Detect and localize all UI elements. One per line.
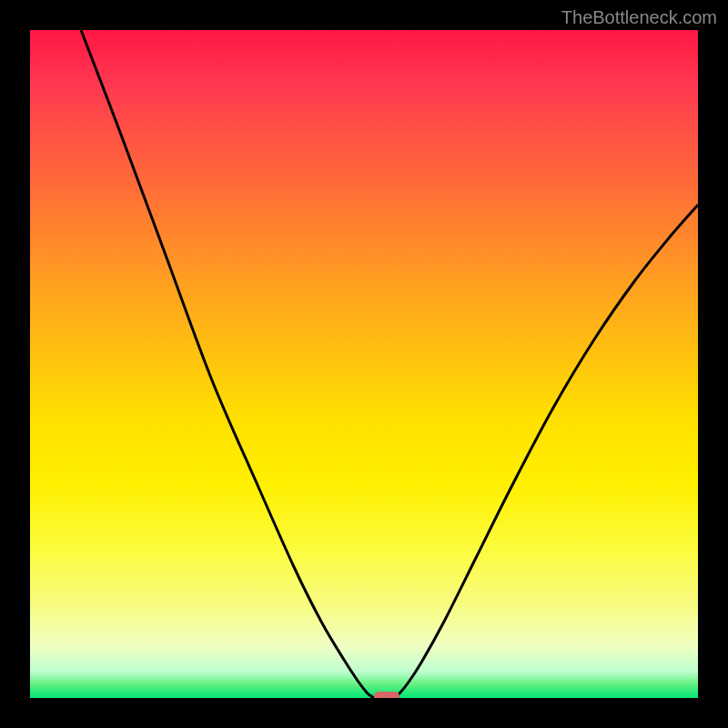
- left-curve-path: [81, 30, 374, 698]
- watermark-text: TheBottleneck.com: [561, 7, 717, 28]
- curve-svg: [30, 30, 698, 698]
- minimum-marker: [374, 692, 399, 698]
- right-curve-path: [394, 205, 698, 698]
- chart-container: [30, 30, 698, 698]
